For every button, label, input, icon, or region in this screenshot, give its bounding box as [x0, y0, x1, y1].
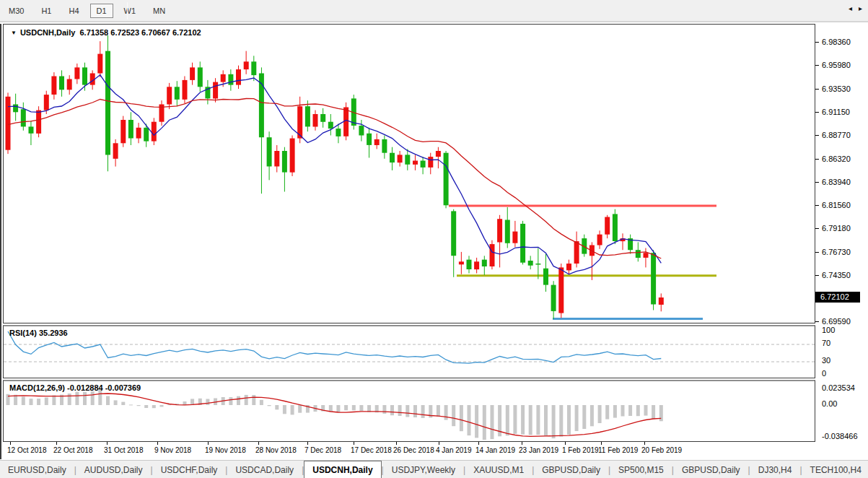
rsi-axis-label: 30 — [822, 356, 830, 365]
date-axis-label: 19 Nov 2018 — [205, 446, 246, 454]
date-axis-label: 20 Feb 2019 — [641, 446, 682, 454]
date-axis-label: 1 Feb 2019 — [562, 446, 599, 454]
tab-scroll-left-icon[interactable]: ◂ — [849, 4, 852, 12]
price-axis-tick — [815, 182, 819, 183]
price-axis-tick — [815, 275, 819, 276]
macd-indicator-panel[interactable]: MACD(12,26,9) -0.012884 -0.007369 — [3, 380, 815, 442]
chart-tab-usdcad-daily[interactable]: USDCAD,Daily — [227, 461, 302, 478]
chart-tab-audusd-daily[interactable]: AUDUSD,Daily — [76, 461, 151, 478]
date-axis-tick — [10, 442, 11, 445]
rsi-axis-label: 70 — [822, 339, 830, 347]
toolbar-separator — [127, 2, 128, 19]
macd-axis-label: -0.038466 — [822, 432, 858, 440]
date-axis-tick — [522, 442, 522, 445]
price-axis-label: 6.74350 — [822, 271, 851, 279]
price-axis-label: 6.93530 — [822, 84, 851, 93]
chart-area: ▼USDCNH,Daily 6.71358 6.72523 6.70667 6.… — [0, 24, 868, 459]
tab-scroll-right-icon[interactable]: ▸ — [859, 4, 862, 12]
price-axis-tick — [815, 252, 819, 253]
rsi-label: RSI(14) 35.2936 — [9, 329, 68, 337]
price-axis-tick — [815, 42, 819, 43]
price-axis-tick — [815, 205, 819, 206]
date-axis-label: 26 Dec 2018 — [393, 446, 434, 454]
date-axis-label: 14 Jan 2019 — [475, 446, 515, 454]
date-axis-label: 7 Dec 2018 — [304, 446, 341, 454]
price-axis-tick — [815, 321, 819, 322]
price-axis-label: 6.81560 — [822, 201, 851, 209]
price-axis-label: 6.83940 — [822, 178, 851, 186]
date-axis-tick — [157, 442, 158, 445]
rsi-plot — [4, 326, 815, 378]
date-axis-tick — [208, 442, 209, 445]
timeframe-button-m30[interactable]: M30 — [2, 4, 30, 18]
date-axis-label: 31 Oct 2018 — [104, 446, 143, 454]
rsi-axis-label: 100 — [822, 326, 835, 334]
chart-tab-xauusd-m1[interactable]: XAUUSD,M1 — [465, 461, 532, 478]
timeframe-toolbar: M30H1H4D1W1MN — [0, 0, 868, 22]
current-price-badge: 6.72102 — [815, 292, 860, 303]
date-axis-tick — [258, 442, 259, 445]
price-axis-label: 6.98360 — [822, 38, 851, 46]
price-axis-tick — [815, 159, 819, 160]
timeframe-button-w1[interactable]: W1 — [118, 4, 143, 18]
timeframe-button-h4[interactable]: H4 — [62, 4, 85, 18]
chart-tab-usdchf-daily[interactable]: USDCHF,Daily — [153, 461, 226, 478]
timeframe-button-h1[interactable]: H1 — [35, 4, 58, 18]
rsi-axis-label: 0 — [822, 369, 826, 378]
price-axis-label: 6.86320 — [822, 155, 851, 163]
date-axis-tick — [439, 442, 439, 445]
chart-tab-usdcnh-daily[interactable]: USDCNH,Daily — [304, 461, 381, 478]
price-axis-label: 6.91150 — [822, 108, 850, 116]
price-axis-tick — [815, 89, 819, 90]
price-axis-label: 6.88770 — [822, 131, 851, 139]
date-axis-label: 12 Oct 2018 — [7, 446, 46, 454]
price-axis-tick — [815, 65, 819, 66]
date-axis-label: 9 Nov 2018 — [154, 446, 191, 454]
price-axis-label: 6.79180 — [822, 224, 851, 233]
chart-tab-gbpusd-daily[interactable]: GBPUSD,Daily — [674, 461, 748, 478]
price-axis-tick — [815, 228, 819, 229]
candlestick-plot[interactable] — [4, 25, 815, 323]
date-axis-label: 11 Feb 2019 — [598, 446, 638, 454]
rsi-indicator-panel[interactable]: RSI(14) 35.2936 — [3, 325, 815, 378]
date-axis[interactable]: 12 Oct 201822 Oct 201831 Oct 20189 Nov 2… — [3, 442, 868, 459]
date-axis-tick — [478, 442, 479, 445]
timeframe-button-d1[interactable]: D1 — [90, 4, 113, 18]
chart-tab-tech100-h4[interactable]: TECH100,H4 — [802, 461, 868, 478]
date-axis-label: 17 Dec 2018 — [351, 446, 392, 454]
date-axis-tick — [307, 442, 308, 445]
price-axis-label: 6.95980 — [822, 61, 851, 69]
price-axis[interactable]: 6.72102 6.983606.959806.935306.911506.88… — [815, 24, 868, 442]
date-axis-tick — [644, 442, 645, 445]
price-chart-panel[interactable]: ▼USDCNH,Daily 6.71358 6.72523 6.70667 6.… — [3, 24, 815, 323]
date-axis-tick — [601, 442, 602, 445]
macd-label: MACD(12,26,9) -0.012884 -0.007369 — [9, 383, 141, 392]
date-axis-label: 23 Jan 2019 — [519, 446, 558, 454]
chart-tab-dj30-h4[interactable]: DJ30,H4 — [750, 461, 800, 478]
chart-tab-bar: EURUSD,Daily|AUDUSD,Daily|USDCHF,Daily|U… — [0, 460, 868, 478]
date-axis-tick — [107, 442, 108, 445]
date-axis-tick — [565, 442, 566, 445]
date-axis-tick — [396, 442, 397, 445]
chart-tab-sp500-m15[interactable]: SP500,M15 — [610, 461, 672, 478]
price-axis-label: 6.69590 — [822, 317, 851, 326]
date-axis-label: 22 Oct 2018 — [53, 446, 92, 454]
macd-axis-label: 0.00 — [822, 399, 837, 408]
tab-scroll-arrows: ◂▸ — [836, 0, 868, 17]
chart-tab-usdjpy-weekly[interactable]: USDJPY,Weekly — [384, 461, 463, 478]
price-axis-label: 6.76730 — [822, 248, 851, 256]
date-axis-label: 4 Jan 2019 — [436, 446, 472, 454]
timeframe-button-mn[interactable]: MN — [146, 4, 172, 18]
trading-terminal-window: M30H1H4D1W1MN ▼USDCNH,Daily 6.71358 6.72… — [0, 0, 868, 478]
date-axis-label: 28 Nov 2018 — [255, 446, 297, 454]
date-axis-tick — [354, 442, 354, 445]
price-axis-tick — [815, 112, 819, 113]
chart-tab-gbpusd-daily[interactable]: GBPUSD,Daily — [534, 461, 608, 478]
date-axis-tick — [56, 442, 57, 445]
macd-axis-label: 0.023534 — [822, 383, 855, 392]
price-axis-tick — [815, 135, 819, 136]
chart-tab-eurusd-daily[interactable]: EURUSD,Daily — [0, 461, 74, 478]
